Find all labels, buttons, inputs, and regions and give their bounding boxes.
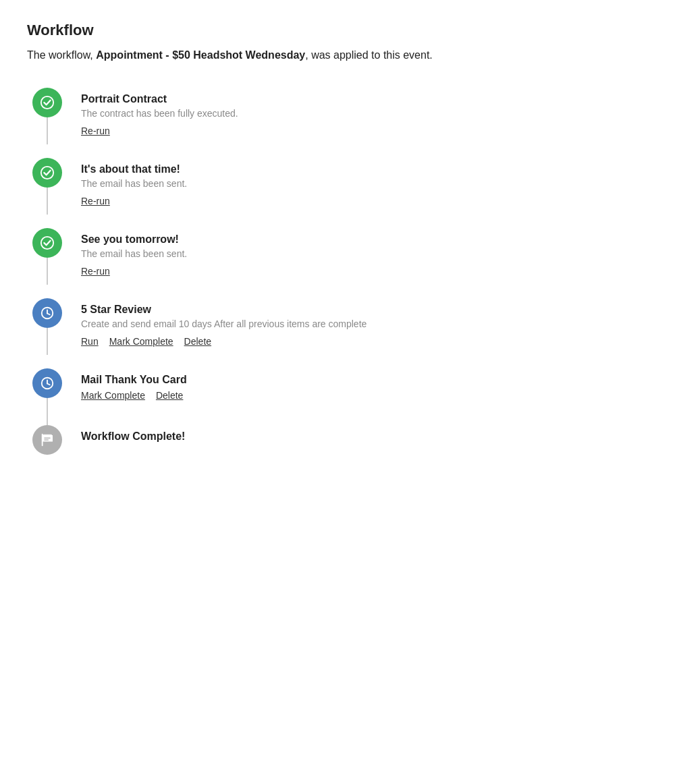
svg-point-0 bbox=[41, 96, 53, 109]
page-description: The workflow, Appointment - $50 Headshot… bbox=[27, 47, 648, 63]
step-subtitle-portrait-contract: The contract has been fully executed. bbox=[81, 108, 648, 119]
mark-complete-five-star-review[interactable]: Mark Complete bbox=[109, 336, 173, 347]
svg-point-1 bbox=[41, 167, 53, 179]
workflow-step-five-star-review: 5 Star ReviewCreate and send email 10 da… bbox=[27, 298, 648, 368]
step-actions-mail-thank-you-card: Mark CompleteDelete bbox=[81, 390, 648, 401]
step-subtitle-about-that-time: The email has been sent. bbox=[81, 178, 648, 189]
rerun-about-that-time[interactable]: Re-run bbox=[81, 196, 110, 206]
rerun-see-you-tomorrow[interactable]: Re-run bbox=[81, 266, 110, 277]
page-title: Workflow bbox=[27, 22, 648, 39]
step-subtitle-see-you-tomorrow: The email has been sent. bbox=[81, 248, 648, 259]
timeline-col-see-you-tomorrow bbox=[27, 228, 68, 285]
workflow-list: Portrait ContractThe contract has been f… bbox=[27, 88, 648, 455]
step-icon-mail-thank-you-card bbox=[32, 368, 62, 398]
connector-line-about-that-time bbox=[47, 188, 48, 215]
workflow-step-see-you-tomorrow: See you tomorrow!The email has been sent… bbox=[27, 228, 648, 298]
connector-line-mail-thank-you-card bbox=[47, 398, 48, 425]
step-subtitle-five-star-review: Create and send email 10 days After all … bbox=[81, 318, 648, 329]
step-title-five-star-review: 5 Star Review bbox=[81, 304, 648, 316]
rerun-portrait-contract[interactable]: Re-run bbox=[81, 125, 110, 136]
step-actions-about-that-time: Re-run bbox=[81, 196, 648, 206]
workflow-step-about-that-time: It's about that time!The email has been … bbox=[27, 158, 648, 228]
svg-line-8 bbox=[47, 383, 50, 385]
mark-complete-mail-thank-you-card[interactable]: Mark Complete bbox=[81, 390, 145, 401]
workflow-step-portrait-contract: Portrait ContractThe contract has been f… bbox=[27, 88, 648, 158]
workflow-step-mail-thank-you-card: Mail Thank You CardMark CompleteDelete bbox=[27, 368, 648, 425]
delete-five-star-review[interactable]: Delete bbox=[184, 336, 211, 347]
step-content-portrait-contract: Portrait ContractThe contract has been f… bbox=[68, 88, 648, 158]
connector-line-five-star-review bbox=[47, 328, 48, 355]
step-content-see-you-tomorrow: See you tomorrow!The email has been sent… bbox=[68, 228, 648, 298]
timeline-col-five-star-review bbox=[27, 298, 68, 355]
step-content-workflow-complete: Workflow Complete! bbox=[68, 425, 648, 445]
step-title-portrait-contract: Portrait Contract bbox=[81, 93, 648, 105]
step-actions-five-star-review: RunMark CompleteDelete bbox=[81, 336, 648, 347]
connector-line-see-you-tomorrow bbox=[47, 258, 48, 285]
step-icon-portrait-contract bbox=[32, 88, 62, 117]
step-content-five-star-review: 5 Star ReviewCreate and send email 10 da… bbox=[68, 298, 648, 368]
step-title-about-that-time: It's about that time! bbox=[81, 163, 648, 175]
timeline-col-portrait-contract bbox=[27, 88, 68, 144]
description-prefix: The workflow, bbox=[27, 49, 96, 61]
step-content-mail-thank-you-card: Mail Thank You CardMark CompleteDelete bbox=[68, 368, 648, 422]
step-actions-see-you-tomorrow: Re-run bbox=[81, 266, 648, 277]
connector-line-portrait-contract bbox=[47, 117, 48, 144]
svg-point-2 bbox=[41, 237, 53, 249]
step-actions-portrait-contract: Re-run bbox=[81, 125, 648, 136]
step-title-workflow-complete: Workflow Complete! bbox=[81, 430, 648, 443]
run-five-star-review[interactable]: Run bbox=[81, 336, 99, 347]
workflow-step-workflow-complete: Workflow Complete! bbox=[27, 425, 648, 455]
delete-mail-thank-you-card[interactable]: Delete bbox=[156, 390, 183, 401]
step-title-see-you-tomorrow: See you tomorrow! bbox=[81, 233, 648, 246]
step-icon-see-you-tomorrow bbox=[32, 228, 62, 258]
step-content-about-that-time: It's about that time!The email has been … bbox=[68, 158, 648, 228]
svg-line-5 bbox=[47, 313, 50, 314]
timeline-col-about-that-time bbox=[27, 158, 68, 215]
workflow-name: Appointment - $50 Headshot Wednesday bbox=[96, 49, 305, 61]
timeline-col-workflow-complete bbox=[27, 425, 68, 455]
step-icon-workflow-complete bbox=[32, 425, 62, 455]
description-suffix: , was applied to this event. bbox=[305, 49, 433, 61]
timeline-col-mail-thank-you-card bbox=[27, 368, 68, 425]
step-icon-five-star-review bbox=[32, 298, 62, 328]
step-icon-about-that-time bbox=[32, 158, 62, 188]
step-title-mail-thank-you-card: Mail Thank You Card bbox=[81, 374, 648, 386]
